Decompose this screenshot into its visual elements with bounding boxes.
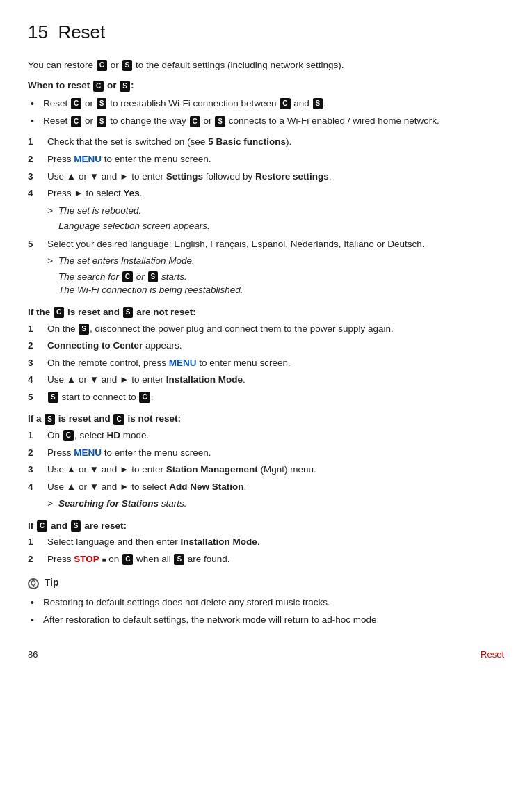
- if2-step-1: 1 On C, select HD mode.: [28, 429, 504, 443]
- if2-step-2: 2 Press MENU to enter the menu screen.: [28, 446, 504, 460]
- if3-step-1: 1 Select language and then enter Install…: [28, 535, 504, 549]
- tip-icon: Q: [28, 578, 39, 589]
- step-5-result-1: > The set enters Installation Mode.: [28, 254, 504, 268]
- center-icon: C: [122, 554, 133, 565]
- center-icon: C: [122, 271, 133, 282]
- station-icon: S: [123, 307, 134, 318]
- center-icon: C: [37, 520, 47, 532]
- center-icon: C: [63, 430, 74, 441]
- center-icon: C: [113, 414, 124, 425]
- center-icon: C: [71, 98, 81, 109]
- center-icon: C: [139, 392, 150, 403]
- station-icon: S: [71, 520, 81, 532]
- station-icon: S: [48, 392, 58, 403]
- station-icon: S: [215, 116, 225, 127]
- if1-step-2: 2 Connecting to Center appears.: [28, 339, 504, 353]
- step-4-result-2: Language selection screen appears.: [28, 219, 504, 233]
- station-icon: S: [97, 98, 107, 109]
- step-5-result-2: The search for C or S starts.: [28, 270, 504, 284]
- center-icon: C: [280, 98, 290, 109]
- tip-heading: Q Tip: [28, 575, 504, 590]
- if2-result: > Searching for Stations starts.: [28, 497, 504, 511]
- bullet-1: • Reset C or S to reestablish Wi-Fi conn…: [28, 97, 504, 111]
- step-1: 1 Check that the set is switched on (see…: [28, 135, 504, 149]
- tip-section: Q Tip • Restoring to default settings do…: [28, 575, 504, 627]
- station-icon: S: [148, 271, 159, 282]
- if1-step-3: 3 On the remote control, press MENU to e…: [28, 356, 504, 370]
- tip-bullet-2: • After restoration to default settings,…: [28, 613, 504, 627]
- if-section-3-heading: If C and S are reset:: [28, 519, 504, 533]
- station-icon: S: [313, 98, 323, 109]
- step-3: 3 Use ▲ or ▼ and ► to enter Settings fol…: [28, 170, 504, 184]
- center-icon-heading: C: [93, 81, 104, 92]
- step-4: 4 Press ► to select Yes.: [28, 186, 504, 200]
- step-4-result-1: > The set is rebooted.: [28, 204, 504, 218]
- station-icon: S: [97, 116, 107, 127]
- reset-link: Reset: [481, 648, 504, 662]
- center-icon: C: [71, 116, 81, 127]
- intro-paragraph: You can restore C or S to the default se…: [28, 58, 504, 72]
- page-title: 15 Reset: [28, 19, 504, 46]
- center-icon: C: [54, 307, 64, 318]
- footer: 86 Reset: [28, 648, 504, 662]
- station-icon: S: [122, 60, 133, 71]
- if2-step-3: 3 Use ▲ or ▼ and ► to enter Station Mana…: [28, 463, 504, 477]
- station-icon-heading: S: [120, 81, 130, 92]
- when-to-reset-heading: When to reset C or S:: [28, 79, 504, 93]
- station-icon: S: [45, 414, 55, 425]
- if-section-1-heading: If the C is reset and S are not reset:: [28, 305, 504, 319]
- tip-bullet-1: • Restoring to default settings does not…: [28, 596, 504, 609]
- center-icon: C: [190, 116, 200, 127]
- step-2: 2 Press MENU to enter the menu screen.: [28, 152, 504, 166]
- page-number: 86: [28, 648, 38, 662]
- if-section-2-heading: If a S is reset and C is not reset:: [28, 412, 504, 426]
- if2-step-4: 4 Use ▲ or ▼ and ► to select Add New Sta…: [28, 480, 504, 494]
- step-5: 5 Select your desired language: English,…: [28, 237, 504, 251]
- center-icon: C: [97, 60, 107, 71]
- station-icon: S: [174, 554, 184, 565]
- step-5-result-3: The Wi-Fi connection is being reestablis…: [28, 283, 504, 297]
- station-icon: S: [79, 324, 89, 335]
- bullet-2: • Reset C or S to change the way C or S …: [28, 114, 504, 128]
- if1-step-1: 1 On the S, disconnect the power plug an…: [28, 322, 504, 336]
- if3-step-2: 2 Press STOP ■ on C when all S are found…: [28, 552, 504, 566]
- if1-step-5: 5 S start to connect to C.: [28, 390, 504, 404]
- if1-step-4: 4 Use ▲ or ▼ and ► to enter Installation…: [28, 373, 504, 387]
